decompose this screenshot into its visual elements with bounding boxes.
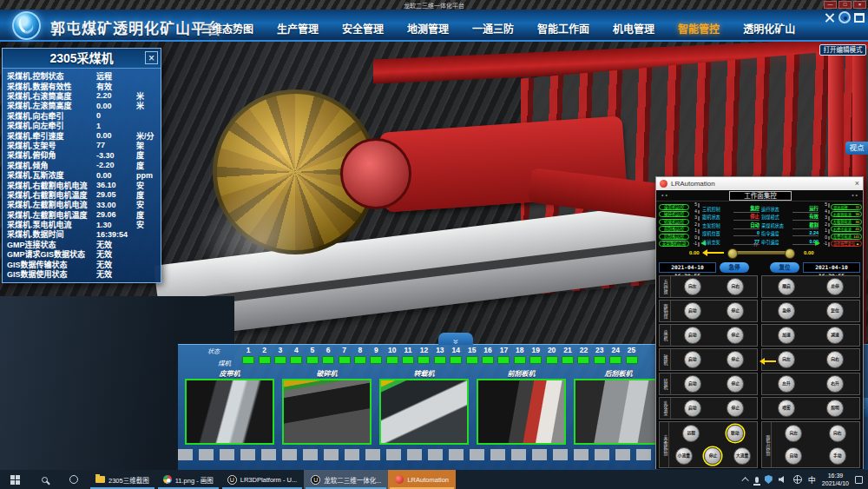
- control-button[interactable]: 停止: [727, 375, 744, 393]
- taskbar-task[interactable]: 11.png - 画图: [156, 470, 220, 489]
- channel-cell[interactable]: 12: [416, 346, 431, 364]
- reset-button[interactable]: 复位: [770, 262, 799, 273]
- channel-cell[interactable]: 15: [464, 346, 479, 364]
- control-button[interactable]: 启动: [684, 400, 701, 417]
- notification-center-icon[interactable]: [855, 476, 863, 484]
- channel-cell[interactable]: 24: [608, 346, 623, 364]
- value-button[interactable]: 调高摇臂 11: [831, 204, 862, 210]
- remote-control-button[interactable]: 后刮板远控: [659, 234, 689, 240]
- value-button[interactable]: 左截割电流 30: [831, 219, 862, 225]
- camera-thumbnail[interactable]: [282, 379, 372, 445]
- control-button[interactable]: 向左: [684, 278, 701, 295]
- channel-cell[interactable]: 6: [320, 346, 336, 364]
- channel-cell[interactable]: 19: [528, 346, 543, 364]
- minimize-button[interactable]: —: [824, 1, 837, 9]
- channel-cell[interactable]: 17: [496, 346, 511, 364]
- control-button[interactable]: 总停: [826, 278, 844, 295]
- taskbar-task[interactable]: 2305三维截图: [89, 470, 156, 489]
- thumbnail-pager[interactable]: [178, 449, 651, 460]
- remote-control-button[interactable]: 皮带机远控: [659, 204, 689, 210]
- taskbar-task[interactable]: LR3DPlatform - U...: [220, 470, 304, 489]
- defender-shield-icon[interactable]: [765, 475, 773, 484]
- channel-cell[interactable]: 22: [575, 346, 591, 364]
- workface-control-tab[interactable]: 工作面集控: [729, 191, 792, 201]
- channel-cell[interactable]: 20: [543, 346, 559, 364]
- close-icon[interactable]: ×: [145, 51, 158, 64]
- control-button[interactable]: 照明: [826, 400, 844, 417]
- control-button[interactable]: 向左: [778, 351, 795, 368]
- control-button[interactable]: 喷雾: [778, 400, 795, 417]
- channel-cell[interactable]: 5: [305, 346, 320, 364]
- control-button[interactable]: 急停: [778, 302, 795, 320]
- channel-cell[interactable]: 18: [512, 346, 528, 364]
- channel-cell[interactable]: 13: [432, 346, 448, 364]
- control-button[interactable]: 加速: [778, 327, 795, 344]
- close-icon[interactable]: ×: [855, 180, 859, 188]
- os-window-titlebar[interactable]: 龙软二三维一体化平台 — □ ×: [0, 0, 868, 10]
- camera-thumbnail[interactable]: [574, 379, 663, 445]
- lra-titlebar[interactable]: LRAutomation ×: [656, 177, 863, 190]
- channel-cell[interactable]: 1: [240, 346, 256, 364]
- collapse-down-tab[interactable]: «: [438, 333, 473, 345]
- maximize-button[interactable]: □: [838, 1, 852, 9]
- channel-cell[interactable]: 3: [273, 346, 288, 364]
- control-button[interactable]: 停止: [727, 351, 744, 368]
- network-globe-icon[interactable]: [793, 475, 802, 484]
- control-button[interactable]: 减速: [826, 327, 844, 344]
- value-button[interactable]: 急停报警复位 ▲: [831, 241, 862, 247]
- control-button[interactable]: 向右: [826, 351, 844, 368]
- channel-cell[interactable]: 21: [560, 346, 575, 364]
- estop-button[interactable]: 急停: [720, 262, 749, 273]
- control-button[interactable]: 向右: [727, 278, 744, 295]
- menu-item[interactable]: 机电管理: [613, 21, 654, 36]
- menu-item[interactable]: 一通三防: [472, 21, 514, 36]
- value-button[interactable]: 右牵引电流 41: [831, 226, 862, 232]
- camera-item[interactable]: 前刮板机: [477, 368, 566, 445]
- channel-cell[interactable]: 9: [368, 346, 384, 364]
- channel-cell[interactable]: 2: [256, 346, 272, 364]
- taskbar-clock[interactable]: 16:39 2021/4/10: [822, 472, 849, 487]
- channel-cell[interactable]: 8: [352, 346, 368, 364]
- channel-cell[interactable]: 16: [480, 346, 496, 364]
- menu-item[interactable]: 安全管理: [342, 21, 384, 36]
- ime-indicator[interactable]: 中: [808, 474, 816, 486]
- remote-control-button[interactable]: 前刮板远控: [659, 226, 689, 232]
- control-button[interactable]: 启动: [684, 351, 701, 368]
- remote-control-button[interactable]: 支架跟机启动: [659, 241, 689, 247]
- camera-item[interactable]: 转载机: [379, 368, 469, 445]
- speaker-icon[interactable]: [779, 476, 787, 484]
- taskbar-task[interactable]: 龙软二三维一体化...: [304, 470, 388, 489]
- menu-item[interactable]: 地测管理: [407, 21, 449, 36]
- control-button[interactable]: 联动: [727, 425, 744, 442]
- menu-item[interactable]: 生产管理: [277, 21, 319, 36]
- menu-item[interactable]: 智能管控: [678, 21, 720, 36]
- control-button[interactable]: 远程: [682, 425, 700, 442]
- channel-cell[interactable]: 25: [623, 346, 639, 364]
- menu-item[interactable]: 透明化矿山: [743, 21, 795, 36]
- control-button[interactable]: 大流量: [733, 447, 751, 465]
- control-button[interactable]: 顺启: [778, 278, 795, 295]
- channel-cell[interactable]: 14: [448, 346, 464, 364]
- microphone-icon[interactable]: [755, 477, 759, 483]
- control-button[interactable]: 停止: [704, 447, 721, 465]
- menu-item[interactable]: 智能工作面: [537, 21, 589, 36]
- viewpoint-tab[interactable]: 视点: [845, 142, 868, 155]
- control-button[interactable]: 启动: [684, 375, 701, 393]
- control-button[interactable]: 左升: [778, 375, 795, 393]
- camera-item[interactable]: 破碎机: [282, 368, 372, 445]
- control-button[interactable]: 启动: [684, 302, 701, 320]
- remote-control-button[interactable]: 破碎机远控: [659, 211, 689, 217]
- control-button[interactable]: 右升: [826, 375, 844, 393]
- gear-icon[interactable]: [838, 11, 851, 23]
- control-button[interactable]: 停止: [727, 327, 744, 344]
- control-button[interactable]: 停止: [727, 302, 744, 320]
- tools-icon[interactable]: [824, 12, 835, 23]
- open-edit-mode-button[interactable]: 打开编辑模式: [819, 44, 866, 56]
- fullscreen-icon[interactable]: [854, 13, 865, 23]
- camera-item[interactable]: 皮带机: [185, 368, 274, 445]
- remote-control-button[interactable]: 转载机远控: [659, 219, 689, 225]
- control-button[interactable]: 向左: [785, 425, 802, 442]
- menu-item[interactable]: 三维态势图: [201, 21, 253, 36]
- channel-cell[interactable]: 11: [400, 346, 416, 364]
- search-button[interactable]: [30, 470, 59, 489]
